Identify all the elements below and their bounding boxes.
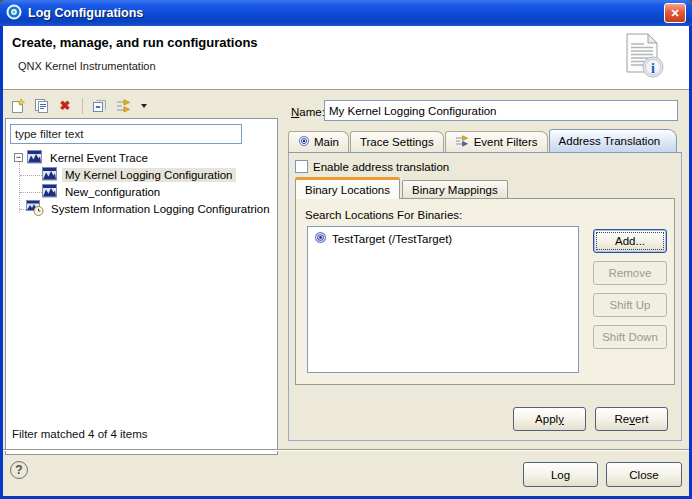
tab-label: Main xyxy=(314,136,339,148)
tree-item-label: Kernel Event Trace xyxy=(47,151,151,165)
list-item-testtarget[interactable]: TestTarget (/TestTarget) xyxy=(308,227,578,246)
filter-status-text: Filter matched 4 of 4 items xyxy=(12,428,148,440)
name-input[interactable] xyxy=(324,100,678,121)
apply-button[interactable]: Apply xyxy=(513,407,586,431)
configurations-toolbar: ✖ xyxy=(8,95,147,117)
filter-launch-configurations-icon[interactable] xyxy=(115,97,133,115)
tree-item-kernel-event-trace[interactable]: − Kernel Event Trace xyxy=(14,149,151,166)
remove-button: Remove xyxy=(593,261,667,285)
kernel-event-trace-icon xyxy=(42,184,58,200)
new-configuration-icon[interactable] xyxy=(8,97,26,115)
binary-locations-list[interactable]: TestTarget (/TestTarget) xyxy=(307,226,579,373)
tree-item-my-kernel-logging-configuration[interactable]: My Kernel Logging Configuration xyxy=(42,166,236,183)
list-item-label: TestTarget (/TestTarget) xyxy=(332,233,452,245)
tree-connector xyxy=(20,192,42,193)
kernel-event-trace-icon xyxy=(27,150,43,166)
log-button[interactable]: Log xyxy=(523,462,598,487)
tree-connector xyxy=(20,175,42,176)
titlebar[interactable]: Log Configurations ✕ xyxy=(0,0,692,26)
configuration-tabs: Main Trace Settings Event Filters Addres… xyxy=(288,130,682,153)
close-icon[interactable]: ✕ xyxy=(664,3,686,23)
delete-configuration-icon[interactable]: ✖ xyxy=(56,97,74,115)
enable-address-translation-label: Enable address translation xyxy=(313,161,449,173)
target-icon xyxy=(314,231,327,246)
tab-main[interactable]: Main xyxy=(288,131,349,152)
subtab-binary-mappings[interactable]: Binary Mappings xyxy=(402,180,508,199)
binary-locations-panel: Search Locations For Binaries: TestTarge… xyxy=(295,198,675,385)
enable-address-translation-checkbox[interactable] xyxy=(295,160,308,173)
footer-separator xyxy=(3,449,689,451)
close-button[interactable]: Close xyxy=(606,462,682,487)
tab-label: Event Filters xyxy=(474,136,538,148)
tab-address-translation[interactable]: Address Translation xyxy=(549,129,678,152)
tab-trace-settings[interactable]: Trace Settings xyxy=(350,131,444,152)
system-information-logging-icon xyxy=(26,200,44,218)
target-icon xyxy=(298,135,310,149)
tab-event-filters[interactable]: Event Filters xyxy=(445,131,548,152)
window-icon xyxy=(6,4,22,22)
filter-menu-dropdown-icon[interactable] xyxy=(139,97,147,115)
header-subtitle: QNX Kernel Instrumentation xyxy=(18,60,156,72)
event-filters-icon xyxy=(455,135,470,149)
tab-label: Trace Settings xyxy=(360,136,434,148)
help-icon[interactable]: ? xyxy=(10,461,28,479)
address-translation-tab-content: Enable address translation Binary Locati… xyxy=(288,153,682,441)
tree-item-label: New_configuration xyxy=(62,185,163,199)
tree-connector xyxy=(19,160,20,213)
filter-input[interactable] xyxy=(10,124,242,144)
duplicate-configuration-icon[interactable] xyxy=(32,97,50,115)
configuration-document-icon: i xyxy=(619,31,667,81)
subtab-label: Binary Locations xyxy=(305,184,390,196)
tree-item-label: System Information Logging Configuratrio… xyxy=(48,202,273,216)
shift-down-button: Shift Down xyxy=(593,325,667,349)
tree-item-label: My Kernel Logging Configuration xyxy=(62,168,236,182)
header-title: Create, manage, and run configurations xyxy=(12,35,258,50)
search-locations-label: Search Locations For Binaries: xyxy=(305,209,462,221)
add-button[interactable]: Add... xyxy=(593,229,667,253)
name-label: Name: xyxy=(291,106,325,118)
tree-item-new-configuration[interactable]: New_configuration xyxy=(42,183,163,200)
tree-item-system-information-logging[interactable]: System Information Logging Configuratrio… xyxy=(26,200,273,217)
configurations-tree-panel: − Kernel Event Trace My Kernel Logging C… xyxy=(5,118,278,455)
toolbar-separator xyxy=(82,98,83,114)
subtab-binary-locations[interactable]: Binary Locations xyxy=(295,177,400,199)
subtab-label: Binary Mappings xyxy=(412,184,498,196)
log-configurations-dialog: Log Configurations ✕ Create, manage, and… xyxy=(0,0,692,499)
window-title: Log Configurations xyxy=(28,6,143,20)
collapse-all-icon[interactable] xyxy=(91,97,109,115)
tab-label: Address Translation xyxy=(559,135,661,147)
shift-up-button: Shift Up xyxy=(593,293,667,317)
dialog-header: Create, manage, and run configurations Q… xyxy=(3,26,689,90)
binary-subtabs: Binary Locations Binary Mappings xyxy=(295,177,510,199)
revert-button[interactable]: Revert xyxy=(595,407,668,431)
tree-expander-icon[interactable]: − xyxy=(14,153,23,162)
svg-text:i: i xyxy=(651,61,655,76)
kernel-event-trace-icon xyxy=(42,167,58,183)
